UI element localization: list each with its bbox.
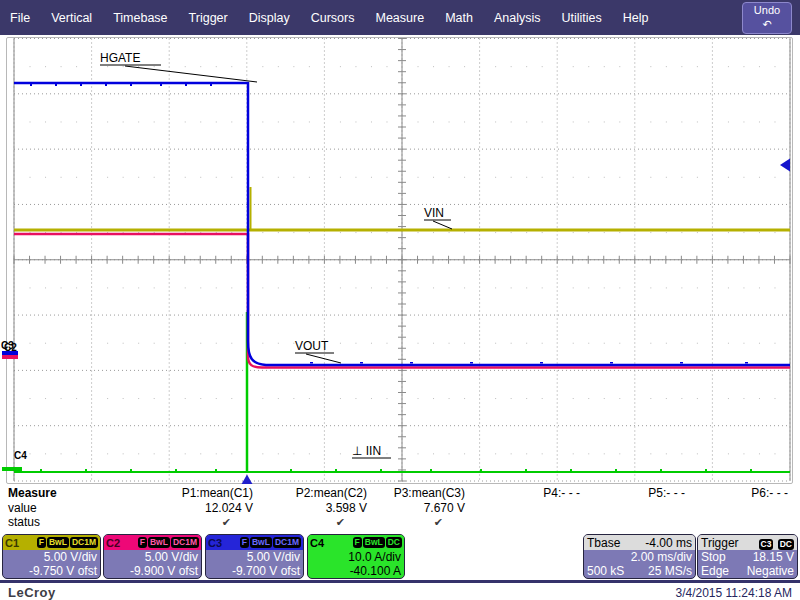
c1-badge-bwl: BwL bbox=[47, 537, 69, 548]
trigger-mode: Stop bbox=[701, 550, 726, 564]
c2-name: C2 bbox=[106, 537, 120, 549]
channel-c3-descriptor[interactable]: C3 F BwL DC1M 5.00 V/div -9.700 V ofst bbox=[205, 534, 304, 579]
timebase-samples: 500 kS bbox=[587, 564, 624, 578]
c1-offset: -9.750 V ofst bbox=[3, 564, 100, 578]
c4-offset: -40.100 A bbox=[308, 564, 404, 578]
channel-c4-descriptor[interactable]: C4 F BwL DC 10.0 A/div -40.100 A bbox=[307, 534, 405, 579]
measure-p1-status-icon: ✔ bbox=[75, 515, 255, 530]
descriptor-row: C1 F BwL DC1M 5.00 V/div -9.750 V ofst C… bbox=[0, 534, 800, 580]
c3-name: C3 bbox=[208, 537, 222, 549]
measure-p5-label[interactable]: P5:- - - bbox=[582, 486, 687, 501]
channel-c1-descriptor[interactable]: C1 F BwL DC1M 5.00 V/div -9.750 V ofst bbox=[2, 534, 101, 579]
c4-header: C4 F BwL DC bbox=[308, 535, 404, 550]
lecroy-logo: LeCroy bbox=[8, 585, 56, 600]
timebase-scale: 2.00 ms/div bbox=[584, 550, 695, 564]
status-bar: LeCroy 3/4/2015 11:24:18 AM bbox=[0, 580, 800, 600]
c2-badge-f: F bbox=[138, 537, 147, 548]
menu-bar: File Vertical Timebase Trigger Display C… bbox=[0, 0, 800, 35]
label-vout-pointer bbox=[306, 354, 341, 363]
measure-p2-status-icon: ✔ bbox=[255, 515, 369, 530]
menu-vertical[interactable]: Vertical bbox=[51, 11, 92, 25]
trace-hgate-noise bbox=[30, 84, 748, 364]
trigger-coupling-badge: DC bbox=[778, 539, 794, 550]
menu-utilities[interactable]: Utilities bbox=[561, 11, 601, 25]
measure-p6-status-icon bbox=[687, 515, 790, 530]
trigger-level-marker[interactable] bbox=[780, 159, 790, 172]
measure-title: Measure bbox=[0, 486, 75, 501]
c3-offset: -9.700 V ofst bbox=[206, 564, 303, 578]
timebase-title: Tbase bbox=[587, 536, 620, 550]
c2-scale: 5.00 V/div bbox=[104, 550, 201, 564]
measure-value-row-label: value bbox=[0, 501, 75, 516]
trigger-type: Edge bbox=[701, 564, 729, 578]
measure-p3-value: 7.670 V bbox=[369, 501, 467, 516]
c3-badge-bwl: BwL bbox=[250, 537, 272, 548]
measure-p4-status-icon bbox=[467, 515, 582, 530]
c3-badge-coupling: DC1M bbox=[273, 537, 301, 548]
undo-label: Undo bbox=[743, 3, 791, 17]
c1-badge-f: F bbox=[37, 537, 46, 548]
c4-offset-bar bbox=[2, 467, 22, 471]
measure-p3-status-icon: ✔ bbox=[369, 515, 467, 530]
menu-math[interactable]: Math bbox=[445, 11, 473, 25]
c2-offset: -9.900 V ofst bbox=[104, 564, 201, 578]
label-iin: ⊥ IIN bbox=[352, 444, 381, 458]
measure-status-row-label: status bbox=[0, 515, 75, 530]
undo-button[interactable]: Undo ↶ bbox=[742, 2, 792, 34]
trigger-header: Trigger C3 DC bbox=[698, 535, 797, 550]
menu-analysis[interactable]: Analysis bbox=[494, 11, 541, 25]
timebase-rate: 25 MS/s bbox=[648, 564, 692, 578]
menu-help[interactable]: Help bbox=[623, 11, 649, 25]
channel-c2-descriptor[interactable]: C2 F BwL DC1M 5.00 V/div -9.900 V ofst bbox=[103, 534, 202, 579]
graticule bbox=[14, 39, 790, 482]
c4-name: C4 bbox=[310, 537, 324, 549]
menu-trigger[interactable]: Trigger bbox=[189, 11, 228, 25]
trigger-slope: Negative bbox=[747, 564, 794, 578]
c2-header: C2 F BwL DC1M bbox=[104, 535, 201, 550]
trigger-descriptor[interactable]: Trigger C3 DC Stop 18.15 V Edge Negative bbox=[697, 534, 798, 579]
c3-badge-f: F bbox=[240, 537, 249, 548]
trace-labels: HGATE VIN VOUT ⊥ IIN bbox=[100, 51, 452, 458]
measure-p5-status-icon bbox=[582, 515, 687, 530]
c4-scale: 10.0 A/div bbox=[308, 550, 404, 564]
c1-badge-coupling: DC1M bbox=[70, 537, 98, 548]
measure-p1-value: 12.024 V bbox=[75, 501, 255, 516]
measure-p5-value bbox=[582, 501, 687, 516]
c2-badge-coupling: DC1M bbox=[171, 537, 199, 548]
label-vin-pointer bbox=[433, 221, 452, 229]
menu-timebase[interactable]: Timebase bbox=[113, 11, 167, 25]
timebase-header: Tbase -4.00 ms bbox=[584, 535, 695, 550]
menu-cursors[interactable]: Cursors bbox=[311, 11, 355, 25]
timebase-descriptor[interactable]: Tbase -4.00 ms 2.00 ms/div 500 kS 25 MS/… bbox=[583, 534, 696, 579]
trace-iin-noise bbox=[40, 469, 752, 471]
menu-file[interactable]: File bbox=[10, 11, 30, 25]
label-hgate-pointer bbox=[125, 66, 257, 82]
c2-offset-bar bbox=[2, 355, 18, 359]
c2-badge-bwl: BwL bbox=[148, 537, 170, 548]
menu-measure[interactable]: Measure bbox=[375, 11, 424, 25]
c3-header: C3 F BwL DC1M bbox=[206, 535, 303, 550]
measure-p4-label[interactable]: P4:- - - bbox=[467, 486, 582, 501]
c4-offset-marker[interactable]: C4 bbox=[14, 450, 27, 461]
measure-table: Measure P1:mean(C1) P2:mean(C2) P3:mean(… bbox=[0, 486, 800, 530]
undo-arrow-icon: ↶ bbox=[743, 17, 791, 31]
c3-scale: 5.00 V/div bbox=[206, 550, 303, 564]
label-hgate: HGATE bbox=[100, 51, 140, 65]
menu-display[interactable]: Display bbox=[249, 11, 290, 25]
measure-p3-label[interactable]: P3:mean(C3) bbox=[369, 486, 467, 501]
trigger-time-marker[interactable] bbox=[241, 475, 253, 485]
measure-p6-label[interactable]: P6:- - - bbox=[687, 486, 790, 501]
c4-badge-f: F bbox=[353, 537, 362, 548]
c3-offset-bar bbox=[2, 351, 18, 355]
datetime-display: 3/4/2015 11:24:18 AM bbox=[675, 586, 792, 600]
measure-p2-label[interactable]: P2:mean(C2) bbox=[255, 486, 369, 501]
c3-offset-marker[interactable]: C3 bbox=[1, 340, 14, 351]
trigger-title: Trigger bbox=[701, 536, 739, 550]
label-vin: VIN bbox=[424, 206, 444, 220]
trigger-level: 18.15 V bbox=[753, 550, 794, 564]
measure-p2-value: 3.598 V bbox=[255, 501, 369, 516]
c4-badge-bwl: BwL bbox=[363, 537, 385, 548]
c1-header: C1 F BwL DC1M bbox=[3, 535, 100, 550]
measure-p1-label[interactable]: P1:mean(C1) bbox=[75, 486, 255, 501]
trigger-source-badge: C3 bbox=[759, 539, 774, 550]
